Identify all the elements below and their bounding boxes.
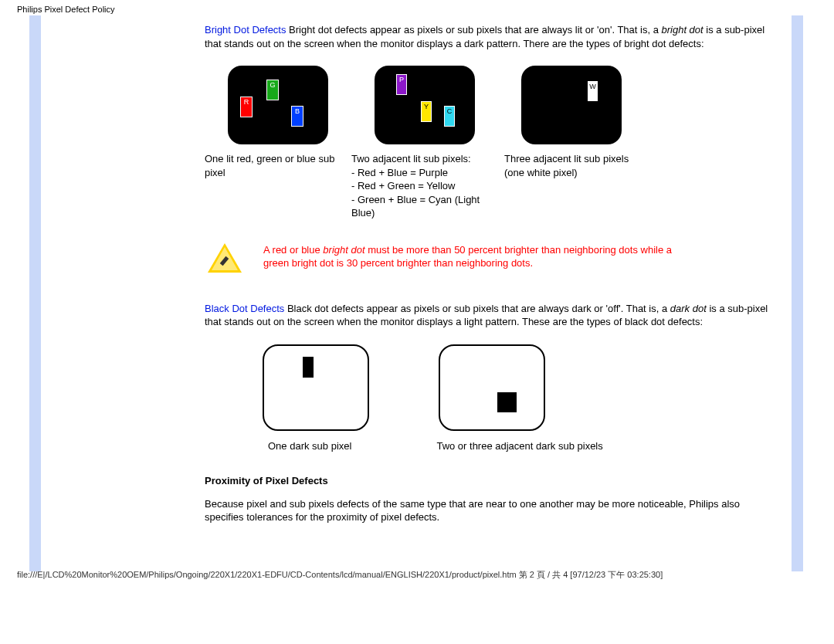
- caption-three-adjacent: Three adjacent lit sub pixels (one white…: [504, 152, 666, 220]
- dark-captions: One dark sub pixel Two or three adjacent…: [268, 440, 780, 452]
- proximity-paragraph: Because pixel and sub pixels defects of …: [205, 497, 780, 524]
- warning-text: A red or blue bright dot must be more th…: [263, 243, 680, 270]
- caption-one-dark: One dark sub pixel: [268, 440, 351, 452]
- warning-icon: [208, 243, 242, 274]
- dark-subpixel-group: [497, 392, 517, 412]
- caption-two-adjacent: Two adjacent lit sub pixels: - Red + Blu…: [351, 152, 504, 220]
- footer-path: file:///E|/LCD%20Monitor%20OEM/Philips/O…: [0, 566, 834, 587]
- dark-example-one: [263, 344, 369, 431]
- warn-term: bright dot: [323, 244, 364, 256]
- caption-one-lit: One lit red, green or blue sub pixel: [205, 152, 351, 220]
- left-margin-bar: [29, 15, 41, 571]
- bright-dot-term: bright dot: [661, 24, 703, 36]
- bright-example-pyc: P Y C: [375, 66, 475, 144]
- subpixel-blue: B: [291, 106, 303, 127]
- dark-example-multi: [439, 344, 545, 431]
- bright-captions: One lit red, green or blue sub pixel Two…: [205, 152, 780, 220]
- subpixel-cyan: C: [444, 106, 455, 127]
- header-title: Philips Pixel Defect Policy: [0, 0, 834, 14]
- subpixel-yellow: Y: [421, 101, 432, 122]
- cap3-l1: Three adjacent lit sub pixels: [504, 153, 629, 164]
- cap2-l3: - Green + Blue = Cyan (Light Blue): [351, 194, 480, 219]
- bright-example-white: W: [521, 66, 622, 144]
- bright-dot-label: Bright Dot Defects: [205, 24, 286, 36]
- subpixel-white: W: [588, 81, 598, 101]
- cap2-l1: - Red + Blue = Purple: [351, 167, 448, 178]
- right-margin-bar: [792, 15, 803, 571]
- black-dot-label: Black Dot Defects: [205, 303, 284, 314]
- bright-text-a: Bright dot defects appear as pixels or s…: [286, 24, 662, 36]
- main-content: Bright Dot Defects Bright dot defects ap…: [46, 14, 788, 566]
- bright-dot-paragraph: Bright Dot Defects Bright dot defects ap…: [205, 23, 780, 50]
- black-dot-paragraph: Black Dot Defects Black dot defects appe…: [205, 302, 780, 329]
- cap3-l2: (one white pixel): [504, 167, 578, 178]
- warn-a: A red or blue: [263, 244, 323, 256]
- dark-subpixel: [303, 357, 314, 378]
- subpixel-purple: P: [396, 74, 407, 95]
- dark-dot-term: dark dot: [670, 303, 707, 314]
- dark-text-a: Black dot defects appear as pixels or su…: [284, 303, 670, 314]
- bright-example-rgb: R G B: [228, 66, 328, 144]
- subpixel-red: R: [240, 97, 253, 117]
- proximity-heading: Proximity of Pixel Defects: [205, 475, 780, 486]
- cap2-head: Two adjacent lit sub pixels:: [351, 153, 471, 164]
- bright-dot-images: R G B P Y C W: [228, 66, 780, 144]
- caption-multi-dark: Two or three adjacent dark sub pixels: [436, 440, 602, 452]
- warning-row: A red or blue bright dot must be more th…: [208, 243, 780, 274]
- dark-dot-images: [263, 344, 780, 431]
- cap2-l2: - Red + Green = Yellow: [351, 180, 455, 192]
- subpixel-green: G: [266, 80, 279, 100]
